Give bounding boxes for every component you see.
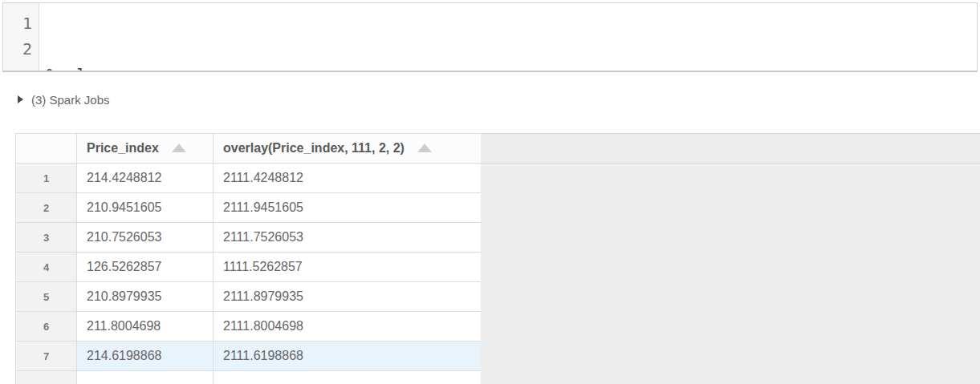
grid-empty-area bbox=[481, 133, 980, 384]
table-row: 7214.61988682111.6198868 bbox=[16, 342, 482, 371]
row-number-cell: 2 bbox=[16, 193, 77, 223]
code-gutter: 12 bbox=[3, 3, 39, 71]
sort-ascending-icon bbox=[172, 143, 186, 152]
column-header-label: overlay(Price_index, 111, 2, 2) bbox=[223, 141, 405, 155]
table-cell[interactable]: 210.7526053 bbox=[77, 223, 213, 253]
table-cell[interactable]: 2111.6198868 bbox=[213, 342, 482, 371]
table-cell[interactable]: 1111.5262857 bbox=[213, 253, 482, 282]
row-number-cell: 5 bbox=[16, 282, 77, 312]
column-header-price-index[interactable]: Price_index bbox=[77, 134, 213, 164]
table-row: 1214.42488122111.4248812 bbox=[16, 164, 482, 193]
table-cell[interactable]: 2111.4248812 bbox=[213, 164, 482, 193]
sort-ascending-icon bbox=[417, 143, 432, 152]
code-editor[interactable]: %sqlselect Price_index,overlay(Price_ind… bbox=[39, 3, 977, 71]
table-cell[interactable]: 2111.8979935 bbox=[213, 282, 482, 312]
table-cell[interactable]: 126.5262857 bbox=[77, 253, 213, 282]
grid-empty-header-strip bbox=[481, 134, 980, 164]
table-row: 2210.94516052111.9451605 bbox=[16, 193, 482, 223]
results-grid: Price_index overlay(Price_index, 111, 2,… bbox=[15, 133, 482, 384]
row-number-cell: 3 bbox=[16, 223, 77, 253]
column-header-overlay[interactable]: overlay(Price_index, 111, 2, 2) bbox=[213, 134, 482, 164]
spark-jobs-toggle[interactable]: (3) Spark Jobs bbox=[18, 91, 110, 107]
results-table: Price_index overlay(Price_index, 111, 2,… bbox=[15, 133, 482, 384]
code-cell[interactable]: 12 %sqlselect Price_index,overlay(Price_… bbox=[2, 2, 978, 72]
table-row: 5210.89799352111.8979935 bbox=[16, 282, 482, 312]
code-line: %sql bbox=[47, 62, 977, 71]
table-row bbox=[16, 371, 482, 384]
results-header-row: Price_index overlay(Price_index, 111, 2,… bbox=[16, 134, 482, 164]
code-token: %sql bbox=[47, 65, 87, 71]
table-cell[interactable]: 214.6198868 bbox=[77, 342, 213, 371]
table-cell[interactable]: 211.8004698 bbox=[77, 312, 213, 342]
table-row: 3210.75260532111.7526053 bbox=[16, 223, 482, 253]
table-cell[interactable]: 210.8979935 bbox=[77, 282, 213, 312]
table-row: 6211.80046982111.8004698 bbox=[16, 312, 482, 342]
table-cell[interactable]: 214.4248812 bbox=[77, 164, 213, 193]
table-cell[interactable]: 2111.7526053 bbox=[213, 223, 482, 253]
table-cell[interactable] bbox=[213, 371, 482, 384]
column-header-rownum bbox=[16, 134, 77, 164]
table-cell[interactable]: 2111.9451605 bbox=[213, 193, 482, 223]
row-number-cell bbox=[16, 371, 77, 384]
spark-jobs-label: (3) Spark Jobs bbox=[31, 93, 110, 107]
table-row: 4126.52628571111.5262857 bbox=[16, 253, 482, 282]
row-number-cell: 4 bbox=[16, 253, 77, 282]
row-number-cell: 6 bbox=[16, 312, 77, 342]
line-number: 1 bbox=[3, 10, 32, 36]
table-cell[interactable] bbox=[77, 371, 213, 384]
table-cell[interactable]: 2111.8004698 bbox=[213, 312, 482, 342]
table-cell[interactable]: 210.9451605 bbox=[77, 193, 213, 223]
row-number-cell: 1 bbox=[16, 164, 77, 193]
column-header-label: Price_index bbox=[87, 141, 159, 155]
row-number-cell: 7 bbox=[16, 342, 77, 371]
triangle-right-icon bbox=[18, 95, 23, 103]
line-number: 2 bbox=[3, 36, 32, 62]
